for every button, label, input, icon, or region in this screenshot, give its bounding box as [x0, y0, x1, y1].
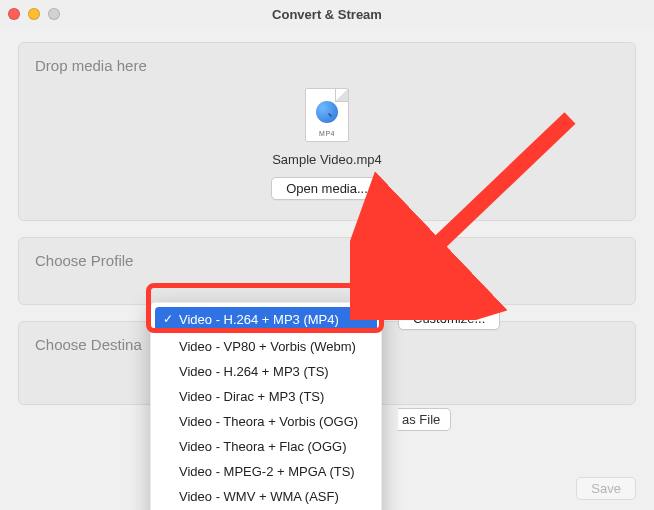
choose-profile-title: Choose Profile: [35, 252, 619, 269]
maximize-window-button: [48, 8, 60, 20]
customize-button-wrap: Customize...: [398, 307, 500, 330]
drop-media-title: Drop media here: [35, 57, 619, 74]
file-icon: MP4: [305, 88, 349, 142]
customize-button[interactable]: Customize...: [398, 307, 500, 330]
titlebar: Convert & Stream: [0, 0, 654, 28]
file-extension-label: MP4: [319, 130, 335, 137]
open-media-button[interactable]: Open media...: [271, 177, 383, 200]
choose-profile-panel: Choose Profile: [18, 237, 636, 305]
profile-dropdown[interactable]: Video - H.264 + MP3 (MP4) Video - VP80 +…: [150, 302, 382, 510]
profile-option[interactable]: Video - MPEG-2 + MPGA (TS): [151, 459, 381, 484]
profile-dropdown-wrap: Video - H.264 + MP3 (MP4) Video - VP80 +…: [150, 302, 382, 510]
save-as-file-button-fragment[interactable]: as File: [398, 408, 451, 431]
profile-option[interactable]: Video - Theora + Flac (OGG): [151, 434, 381, 459]
window-title: Convert & Stream: [0, 7, 654, 22]
profile-option[interactable]: Video - H.264 + MP3 (TS): [151, 359, 381, 384]
file-name-label: Sample Video.mp4: [272, 152, 382, 167]
profile-option[interactable]: Video - Dirac + MP3 (TS): [151, 384, 381, 409]
quicktime-play-icon: [316, 101, 338, 123]
close-window-button[interactable]: [8, 8, 20, 20]
save-button: Save: [576, 477, 636, 500]
drop-area[interactable]: MP4 Sample Video.mp4 Open media...: [35, 82, 619, 206]
drop-media-panel[interactable]: Drop media here MP4 Sample Video.mp4 Ope…: [18, 42, 636, 221]
minimize-window-button[interactable]: [28, 8, 40, 20]
profile-option[interactable]: Video - VP80 + Vorbis (Webm): [151, 334, 381, 359]
profile-option[interactable]: Video - Theora + Vorbis (OGG): [151, 409, 381, 434]
profile-option[interactable]: Video - WMV + WMA (ASF): [151, 484, 381, 509]
profile-option-selected[interactable]: Video - H.264 + MP3 (MP4): [155, 307, 377, 332]
traffic-lights: [8, 8, 60, 20]
